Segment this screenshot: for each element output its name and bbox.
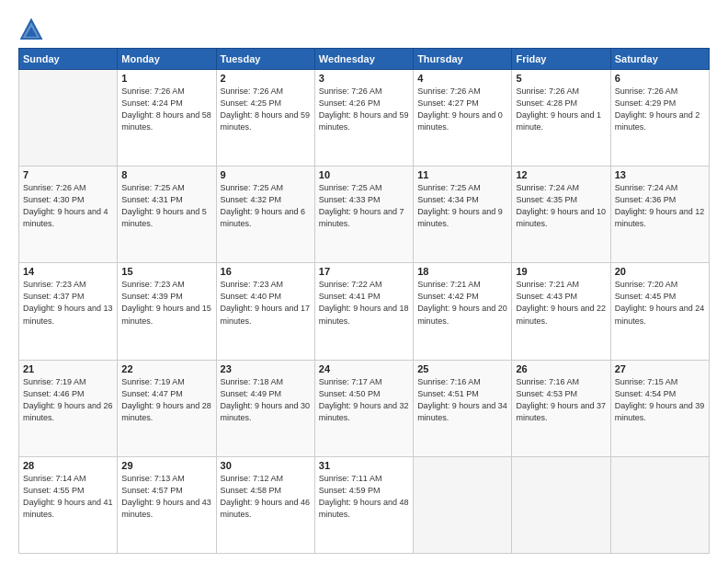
- calendar-cell: 5Sunrise: 7:26 AMSunset: 4:28 PMDaylight…: [512, 70, 610, 167]
- calendar-cell: 12Sunrise: 7:24 AMSunset: 4:35 PMDayligh…: [512, 167, 610, 263]
- day-info: Sunrise: 7:13 AMSunset: 4:57 PMDaylight:…: [121, 473, 211, 521]
- weekday-header: Tuesday: [216, 49, 314, 70]
- day-info: Sunrise: 7:16 AMSunset: 4:53 PMDaylight:…: [516, 376, 606, 424]
- calendar-cell: 16Sunrise: 7:23 AMSunset: 4:40 PMDayligh…: [216, 263, 314, 360]
- calendar-week-row: 28Sunrise: 7:14 AMSunset: 4:55 PMDayligh…: [19, 456, 710, 553]
- day-info: Sunrise: 7:26 AMSunset: 4:25 PMDaylight:…: [221, 86, 311, 133]
- day-info: Sunrise: 7:23 AMSunset: 4:39 PMDaylight:…: [121, 279, 211, 327]
- day-info: Sunrise: 7:26 AMSunset: 4:26 PMDaylight:…: [319, 86, 409, 133]
- calendar-cell: [610, 456, 709, 553]
- calendar-cell: 22Sunrise: 7:19 AMSunset: 4:47 PMDayligh…: [118, 360, 216, 456]
- day-number: 12: [516, 169, 606, 180]
- calendar-cell: 23Sunrise: 7:18 AMSunset: 4:49 PMDayligh…: [216, 360, 314, 456]
- day-number: 8: [121, 169, 211, 180]
- day-number: 20: [615, 266, 705, 277]
- day-info: Sunrise: 7:12 AMSunset: 4:58 PMDaylight:…: [221, 473, 311, 521]
- day-info: Sunrise: 7:21 AMSunset: 4:43 PMDaylight:…: [516, 279, 606, 327]
- day-info: Sunrise: 7:25 AMSunset: 4:34 PMDaylight:…: [417, 182, 507, 230]
- day-number: 6: [615, 73, 705, 84]
- calendar-cell: 27Sunrise: 7:15 AMSunset: 4:54 PMDayligh…: [610, 360, 709, 456]
- day-number: 31: [319, 460, 409, 471]
- calendar-cell: [19, 70, 118, 167]
- calendar-cell: 10Sunrise: 7:25 AMSunset: 4:33 PMDayligh…: [314, 167, 413, 263]
- calendar-cell: 1Sunrise: 7:26 AMSunset: 4:24 PMDaylight…: [118, 70, 216, 167]
- weekday-header: Thursday: [414, 49, 512, 70]
- day-info: Sunrise: 7:21 AMSunset: 4:42 PMDaylight:…: [417, 279, 507, 327]
- calendar-week-row: 14Sunrise: 7:23 AMSunset: 4:37 PMDayligh…: [19, 263, 710, 360]
- logo: [18, 17, 48, 42]
- day-number: 17: [319, 266, 409, 277]
- day-number: 10: [319, 169, 409, 180]
- calendar-cell: 26Sunrise: 7:16 AMSunset: 4:53 PMDayligh…: [512, 360, 610, 456]
- calendar-cell: 29Sunrise: 7:13 AMSunset: 4:57 PMDayligh…: [118, 456, 216, 553]
- calendar-cell: 4Sunrise: 7:26 AMSunset: 4:27 PMDaylight…: [414, 70, 512, 167]
- calendar-cell: 20Sunrise: 7:20 AMSunset: 4:45 PMDayligh…: [610, 263, 709, 360]
- day-info: Sunrise: 7:26 AMSunset: 4:27 PMDaylight:…: [417, 86, 507, 133]
- calendar-cell: 25Sunrise: 7:16 AMSunset: 4:51 PMDayligh…: [414, 360, 512, 456]
- header: [18, 17, 710, 42]
- day-number: 19: [516, 266, 606, 277]
- calendar-header-row: SundayMondayTuesdayWednesdayThursdayFrid…: [19, 49, 710, 70]
- calendar-cell: 24Sunrise: 7:17 AMSunset: 4:50 PMDayligh…: [314, 360, 413, 456]
- calendar-cell: [414, 456, 512, 553]
- calendar-cell: 31Sunrise: 7:11 AMSunset: 4:59 PMDayligh…: [314, 456, 413, 553]
- day-number: 4: [417, 73, 507, 84]
- day-info: Sunrise: 7:16 AMSunset: 4:51 PMDaylight:…: [417, 376, 507, 424]
- day-number: 7: [23, 169, 113, 180]
- calendar-cell: 3Sunrise: 7:26 AMSunset: 4:26 PMDaylight…: [314, 70, 413, 167]
- day-number: 28: [23, 460, 113, 471]
- day-info: Sunrise: 7:19 AMSunset: 4:46 PMDaylight:…: [23, 376, 113, 424]
- day-number: 25: [417, 363, 507, 374]
- day-number: 26: [516, 363, 606, 374]
- day-number: 23: [221, 363, 311, 374]
- day-info: Sunrise: 7:15 AMSunset: 4:54 PMDaylight:…: [615, 376, 705, 424]
- day-info: Sunrise: 7:20 AMSunset: 4:45 PMDaylight:…: [615, 279, 705, 327]
- day-number: 24: [319, 363, 409, 374]
- day-info: Sunrise: 7:25 AMSunset: 4:33 PMDaylight:…: [319, 182, 409, 230]
- calendar-cell: 7Sunrise: 7:26 AMSunset: 4:30 PMDaylight…: [19, 167, 118, 263]
- day-number: 11: [417, 169, 507, 180]
- calendar-cell: 30Sunrise: 7:12 AMSunset: 4:58 PMDayligh…: [216, 456, 314, 553]
- day-number: 3: [319, 73, 409, 84]
- calendar-week-row: 21Sunrise: 7:19 AMSunset: 4:46 PMDayligh…: [19, 360, 710, 456]
- calendar-cell: 17Sunrise: 7:22 AMSunset: 4:41 PMDayligh…: [314, 263, 413, 360]
- calendar-cell: 2Sunrise: 7:26 AMSunset: 4:25 PMDaylight…: [216, 70, 314, 167]
- day-info: Sunrise: 7:14 AMSunset: 4:55 PMDaylight:…: [23, 473, 113, 521]
- day-info: Sunrise: 7:17 AMSunset: 4:50 PMDaylight:…: [319, 376, 409, 424]
- calendar-cell: 18Sunrise: 7:21 AMSunset: 4:42 PMDayligh…: [414, 263, 512, 360]
- weekday-header: Monday: [118, 49, 216, 70]
- day-info: Sunrise: 7:24 AMSunset: 4:36 PMDaylight:…: [615, 182, 705, 230]
- calendar-cell: 6Sunrise: 7:26 AMSunset: 4:29 PMDaylight…: [610, 70, 709, 167]
- calendar-cell: 8Sunrise: 7:25 AMSunset: 4:31 PMDaylight…: [118, 167, 216, 263]
- calendar-cell: 11Sunrise: 7:25 AMSunset: 4:34 PMDayligh…: [414, 167, 512, 263]
- day-number: 27: [615, 363, 705, 374]
- day-number: 14: [23, 266, 113, 277]
- day-info: Sunrise: 7:18 AMSunset: 4:49 PMDaylight:…: [221, 376, 311, 424]
- calendar-cell: [512, 456, 610, 553]
- calendar-week-row: 7Sunrise: 7:26 AMSunset: 4:30 PMDaylight…: [19, 167, 710, 263]
- day-number: 5: [516, 73, 606, 84]
- calendar-cell: 14Sunrise: 7:23 AMSunset: 4:37 PMDayligh…: [19, 263, 118, 360]
- weekday-header: Sunday: [19, 49, 118, 70]
- day-info: Sunrise: 7:22 AMSunset: 4:41 PMDaylight:…: [319, 279, 409, 327]
- calendar-cell: 19Sunrise: 7:21 AMSunset: 4:43 PMDayligh…: [512, 263, 610, 360]
- day-number: 9: [221, 169, 311, 180]
- day-number: 15: [121, 266, 211, 277]
- day-info: Sunrise: 7:23 AMSunset: 4:37 PMDaylight:…: [23, 279, 113, 327]
- calendar-cell: 21Sunrise: 7:19 AMSunset: 4:46 PMDayligh…: [19, 360, 118, 456]
- day-number: 13: [615, 169, 705, 180]
- day-info: Sunrise: 7:24 AMSunset: 4:35 PMDaylight:…: [516, 182, 606, 230]
- day-number: 18: [417, 266, 507, 277]
- day-info: Sunrise: 7:26 AMSunset: 4:28 PMDaylight:…: [516, 86, 606, 133]
- day-number: 21: [23, 363, 113, 374]
- day-info: Sunrise: 7:11 AMSunset: 4:59 PMDaylight:…: [319, 473, 409, 521]
- calendar-week-row: 1Sunrise: 7:26 AMSunset: 4:24 PMDaylight…: [19, 70, 710, 167]
- calendar-cell: 13Sunrise: 7:24 AMSunset: 4:36 PMDayligh…: [610, 167, 709, 263]
- day-number: 1: [121, 73, 211, 84]
- day-info: Sunrise: 7:19 AMSunset: 4:47 PMDaylight:…: [121, 376, 211, 424]
- calendar-cell: 15Sunrise: 7:23 AMSunset: 4:39 PMDayligh…: [118, 263, 216, 360]
- weekday-header: Friday: [512, 49, 610, 70]
- day-number: 29: [121, 460, 211, 471]
- day-info: Sunrise: 7:25 AMSunset: 4:32 PMDaylight:…: [221, 182, 311, 230]
- day-info: Sunrise: 7:25 AMSunset: 4:31 PMDaylight:…: [121, 182, 211, 230]
